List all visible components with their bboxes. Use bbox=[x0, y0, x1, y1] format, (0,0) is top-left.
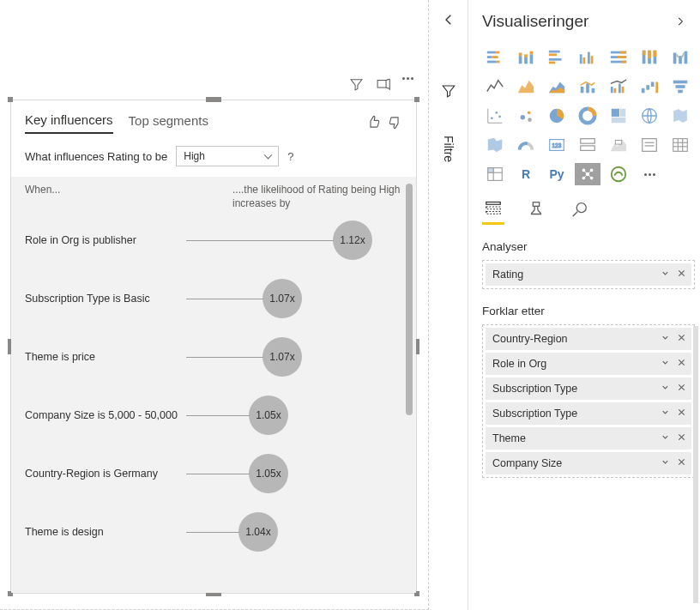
field-pill[interactable]: Theme bbox=[486, 427, 691, 450]
viz-key-influencers-icon[interactable] bbox=[575, 163, 600, 185]
field-pill[interactable]: Subscription Type bbox=[486, 402, 691, 425]
svg-rect-15 bbox=[549, 58, 562, 61]
viz-bubble-icon[interactable] bbox=[513, 105, 539, 127]
remove-field-icon[interactable] bbox=[677, 408, 686, 420]
viz-gauge-icon[interactable] bbox=[513, 134, 539, 156]
field-pill[interactable]: Role in Org bbox=[486, 353, 691, 375]
viz-clustered-bar-icon[interactable] bbox=[544, 46, 570, 69]
influencer-row[interactable]: Theme is price1.07x bbox=[25, 337, 402, 377]
influencer-row[interactable]: Theme is design1.04x bbox=[25, 512, 402, 552]
viz-100-stacked-column-icon[interactable] bbox=[637, 46, 662, 69]
scrollbar-thumb[interactable] bbox=[406, 184, 413, 415]
viz-waterfall-icon[interactable] bbox=[637, 75, 662, 98]
remove-field-icon[interactable] bbox=[677, 269, 686, 281]
influencer-row[interactable]: Company Size is 5,000 - 50,0001.05x bbox=[25, 396, 402, 435]
viz-filled-map-icon[interactable] bbox=[667, 105, 693, 127]
field-pill[interactable]: Subscription Type bbox=[486, 377, 691, 400]
help-icon[interactable]: ? bbox=[287, 150, 293, 163]
explain-by-field-well[interactable]: Country-RegionRole in OrgSubscription Ty… bbox=[482, 324, 695, 478]
filter-icon[interactable] bbox=[349, 77, 364, 94]
influencer-row[interactable]: Subscription Type is Basic1.07x bbox=[25, 279, 402, 318]
viz-more-icon[interactable] bbox=[637, 163, 662, 185]
remove-field-icon[interactable] bbox=[677, 358, 686, 370]
more-options-icon[interactable] bbox=[402, 77, 413, 94]
viz-shape-map-icon[interactable] bbox=[482, 134, 508, 156]
field-pill[interactable]: Rating bbox=[486, 263, 691, 286]
field-pill[interactable]: Country-Region bbox=[486, 328, 691, 350]
format-tab[interactable] bbox=[525, 200, 547, 225]
chevron-down-icon[interactable] bbox=[661, 383, 670, 395]
viz-100-stacked-bar-icon[interactable] bbox=[606, 46, 631, 69]
filters-funnel-icon[interactable] bbox=[441, 83, 456, 101]
field-pill[interactable]: Company Size bbox=[486, 452, 691, 474]
viz-map-icon[interactable] bbox=[637, 105, 662, 127]
collapse-pane-icon[interactable] bbox=[674, 15, 686, 27]
field-pill-label: Subscription Type bbox=[492, 408, 577, 420]
viz-stacked-area-icon[interactable] bbox=[544, 75, 570, 98]
chevron-down-icon[interactable] bbox=[661, 269, 670, 281]
viz-line-stacked-column-icon[interactable] bbox=[575, 75, 600, 98]
thumbs-down-icon[interactable] bbox=[388, 115, 402, 132]
viz-clustered-column-icon[interactable] bbox=[575, 46, 600, 69]
viz-r-icon[interactable]: R bbox=[513, 163, 539, 185]
svg-rect-4 bbox=[492, 56, 498, 58]
remove-field-icon[interactable] bbox=[677, 383, 686, 395]
visual-container[interactable]: Key influencers Top segments What influe… bbox=[10, 100, 417, 594]
remove-field-icon[interactable] bbox=[677, 432, 686, 444]
pane-scrollbar[interactable] bbox=[693, 326, 698, 603]
viz-area-icon[interactable] bbox=[513, 75, 539, 98]
viz-slicer-icon[interactable] bbox=[637, 134, 662, 156]
field-pill-label: Subscription Type bbox=[492, 383, 577, 395]
viz-decomposition-icon[interactable] bbox=[606, 163, 631, 185]
chevron-down-icon[interactable] bbox=[661, 333, 670, 345]
chevron-down-icon[interactable] bbox=[661, 408, 670, 420]
viz-table-icon[interactable] bbox=[667, 134, 693, 156]
viz-python-icon[interactable]: Py bbox=[544, 163, 570, 185]
influencer-value-bubble: 1.05x bbox=[249, 454, 288, 493]
viz-stacked-column-icon[interactable] bbox=[513, 46, 539, 69]
viz-scatter-icon[interactable] bbox=[482, 105, 508, 127]
viz-multi-row-card-icon[interactable] bbox=[575, 134, 600, 156]
remove-field-icon[interactable] bbox=[677, 457, 686, 469]
viz-line-icon[interactable] bbox=[482, 75, 508, 98]
chevron-down-icon[interactable] bbox=[661, 358, 670, 370]
viz-stacked-bar-icon[interactable] bbox=[482, 46, 508, 69]
chevron-down-icon[interactable] bbox=[661, 457, 670, 469]
resize-handle-tl[interactable] bbox=[8, 97, 13, 102]
svg-rect-14 bbox=[549, 53, 557, 56]
tab-key-influencers[interactable]: Key influencers bbox=[25, 112, 113, 134]
svg-rect-32 bbox=[654, 51, 657, 57]
focus-mode-icon[interactable] bbox=[376, 77, 390, 94]
analyze-field-well[interactable]: Rating bbox=[482, 260, 695, 289]
chevron-down-icon[interactable] bbox=[661, 432, 670, 444]
viz-kpi-icon[interactable] bbox=[606, 134, 631, 156]
viz-matrix-icon[interactable] bbox=[482, 163, 508, 185]
viz-line-clustered-column-icon[interactable] bbox=[606, 75, 631, 98]
viz-ribbon-icon[interactable] bbox=[667, 46, 693, 69]
target-value-dropdown[interactable]: High bbox=[176, 146, 279, 166]
svg-rect-67 bbox=[581, 146, 595, 151]
svg-rect-39 bbox=[611, 87, 613, 93]
remove-field-icon[interactable] bbox=[677, 333, 686, 345]
fields-tab[interactable] bbox=[482, 197, 504, 225]
thumbs-up-icon[interactable] bbox=[366, 115, 381, 132]
resize-handle-tr[interactable] bbox=[414, 97, 419, 102]
tab-top-segments[interactable]: Top segments bbox=[129, 113, 208, 133]
scrollbar-track[interactable] bbox=[406, 184, 413, 586]
svg-line-87 bbox=[588, 171, 591, 173]
influencer-connector bbox=[186, 415, 250, 416]
influencer-row[interactable]: Country-Region is Germany1.05x bbox=[25, 454, 402, 493]
influencer-label: Theme is price bbox=[25, 350, 186, 364]
viz-funnel-icon[interactable] bbox=[667, 75, 693, 98]
viz-card-icon[interactable]: 123 bbox=[544, 134, 570, 156]
svg-rect-66 bbox=[581, 139, 595, 144]
expand-filters-icon[interactable] bbox=[441, 12, 456, 30]
viz-donut-icon[interactable] bbox=[575, 105, 600, 127]
svg-rect-62 bbox=[612, 118, 626, 123]
viz-pie-icon[interactable] bbox=[544, 105, 570, 127]
analytics-tab[interactable] bbox=[568, 200, 590, 225]
viz-treemap-icon[interactable] bbox=[606, 105, 631, 127]
resize-handle-tc[interactable] bbox=[206, 97, 221, 102]
svg-rect-18 bbox=[583, 57, 586, 63]
influencer-row[interactable]: Role in Org is publisher1.12x bbox=[25, 220, 402, 260]
